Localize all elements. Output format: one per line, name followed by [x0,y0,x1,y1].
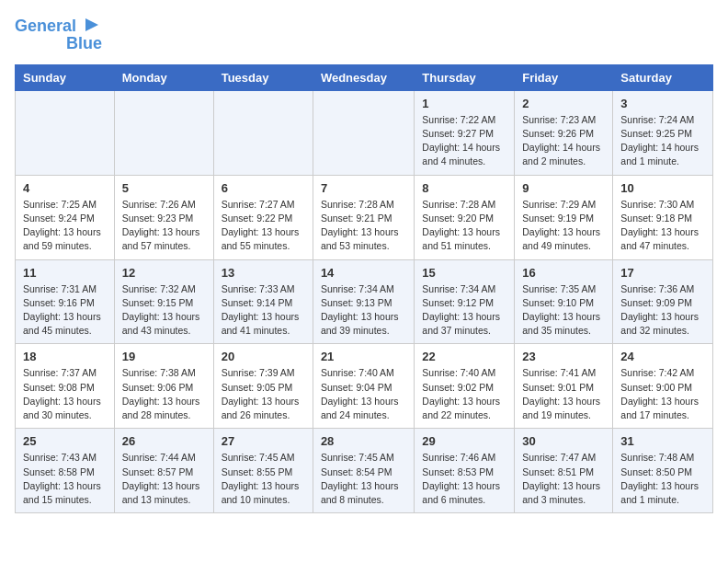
day-number: 14 [321,266,406,280]
calendar-day-header: Sunday [16,64,115,90]
day-info: Sunrise: 7:40 AM Sunset: 9:04 PM Dayligh… [321,366,406,422]
day-info: Sunrise: 7:43 AM Sunset: 8:58 PM Dayligh… [23,451,107,507]
day-number: 26 [122,434,206,448]
calendar-cell: 1Sunrise: 7:22 AM Sunset: 9:27 PM Daylig… [415,90,515,175]
day-number: 2 [522,97,605,110]
day-number: 10 [620,181,705,195]
day-info: Sunrise: 7:26 AM Sunset: 9:23 PM Dayligh… [122,198,206,254]
calendar-cell: 9Sunrise: 7:29 AM Sunset: 9:19 PM Daylig… [515,175,613,259]
day-number: 25 [23,434,107,448]
calendar-cell [213,90,313,175]
calendar-cell: 13Sunrise: 7:33 AM Sunset: 9:14 PM Dayli… [213,259,313,344]
calendar-cell: 22Sunrise: 7:40 AM Sunset: 9:02 PM Dayli… [415,344,515,429]
day-info: Sunrise: 7:34 AM Sunset: 9:12 PM Dayligh… [422,282,506,339]
day-info: Sunrise: 7:40 AM Sunset: 9:02 PM Dayligh… [422,366,506,422]
day-number: 8 [422,181,506,195]
day-number: 20 [222,350,305,363]
calendar-cell: 27Sunrise: 7:45 AM Sunset: 8:55 PM Dayli… [213,429,313,513]
calendar-week-row: 25Sunrise: 7:43 AM Sunset: 8:58 PM Dayli… [16,429,713,513]
day-info: Sunrise: 7:31 AM Sunset: 9:16 PM Dayligh… [23,282,107,339]
calendar-cell: 19Sunrise: 7:38 AM Sunset: 9:06 PM Dayli… [114,344,213,429]
day-info: Sunrise: 7:44 AM Sunset: 8:57 PM Dayligh… [122,451,206,507]
calendar-cell: 7Sunrise: 7:28 AM Sunset: 9:21 PM Daylig… [313,175,414,259]
day-info: Sunrise: 7:22 AM Sunset: 9:27 PM Dayligh… [422,113,506,169]
calendar-week-row: 1Sunrise: 7:22 AM Sunset: 9:27 PM Daylig… [16,90,713,175]
calendar-cell: 4Sunrise: 7:25 AM Sunset: 9:24 PM Daylig… [16,175,115,259]
day-info: Sunrise: 7:23 AM Sunset: 9:26 PM Dayligh… [522,113,605,169]
day-info: Sunrise: 7:27 AM Sunset: 9:22 PM Dayligh… [222,198,305,254]
logo-blue-text: Blue [66,35,102,53]
calendar-cell [16,90,115,175]
day-number: 18 [23,350,107,363]
day-number: 6 [222,181,305,195]
calendar-cell: 29Sunrise: 7:46 AM Sunset: 8:53 PM Dayli… [415,429,515,513]
calendar-cell: 17Sunrise: 7:36 AM Sunset: 9:09 PM Dayli… [613,259,713,344]
day-number: 31 [620,434,705,448]
calendar-table: SundayMondayTuesdayWednesdayThursdayFrid… [15,64,713,513]
day-info: Sunrise: 7:35 AM Sunset: 9:10 PM Dayligh… [522,282,605,339]
logo: General Blue [15,15,102,53]
calendar-cell: 2Sunrise: 7:23 AM Sunset: 9:26 PM Daylig… [515,90,613,175]
calendar-cell: 12Sunrise: 7:32 AM Sunset: 9:15 PM Dayli… [114,259,213,344]
calendar-cell: 24Sunrise: 7:42 AM Sunset: 9:00 PM Dayli… [613,344,713,429]
svg-marker-0 [85,18,98,31]
calendar-cell: 8Sunrise: 7:28 AM Sunset: 9:20 PM Daylig… [415,175,515,259]
calendar-week-row: 4Sunrise: 7:25 AM Sunset: 9:24 PM Daylig… [16,175,713,259]
calendar-week-row: 18Sunrise: 7:37 AM Sunset: 9:08 PM Dayli… [16,344,713,429]
day-number: 29 [422,434,506,448]
calendar-cell: 21Sunrise: 7:40 AM Sunset: 9:04 PM Dayli… [313,344,414,429]
day-number: 1 [422,97,506,110]
day-info: Sunrise: 7:41 AM Sunset: 9:01 PM Dayligh… [522,366,605,422]
calendar-cell: 26Sunrise: 7:44 AM Sunset: 8:57 PM Dayli… [114,429,213,513]
calendar-cell: 6Sunrise: 7:27 AM Sunset: 9:22 PM Daylig… [213,175,313,259]
day-number: 4 [23,181,107,195]
calendar-cell: 28Sunrise: 7:45 AM Sunset: 8:54 PM Dayli… [313,429,414,513]
calendar-cell: 5Sunrise: 7:26 AM Sunset: 9:23 PM Daylig… [114,175,213,259]
calendar-cell: 11Sunrise: 7:31 AM Sunset: 9:16 PM Dayli… [16,259,115,344]
day-number: 22 [422,350,506,363]
calendar-cell: 31Sunrise: 7:48 AM Sunset: 8:50 PM Dayli… [613,429,713,513]
calendar-day-header: Friday [515,64,613,90]
calendar-cell: 15Sunrise: 7:34 AM Sunset: 9:12 PM Dayli… [415,259,515,344]
day-number: 11 [23,266,107,280]
calendar-cell: 14Sunrise: 7:34 AM Sunset: 9:13 PM Dayli… [313,259,414,344]
day-info: Sunrise: 7:33 AM Sunset: 9:14 PM Dayligh… [222,282,305,339]
calendar-cell: 30Sunrise: 7:47 AM Sunset: 8:51 PM Dayli… [515,429,613,513]
calendar-cell [313,90,414,175]
calendar-week-row: 11Sunrise: 7:31 AM Sunset: 9:16 PM Dayli… [16,259,713,344]
day-number: 27 [222,434,305,448]
day-info: Sunrise: 7:38 AM Sunset: 9:06 PM Dayligh… [122,366,206,422]
calendar-body: 1Sunrise: 7:22 AM Sunset: 9:27 PM Daylig… [16,90,713,512]
calendar-day-header: Tuesday [213,64,313,90]
day-number: 21 [321,350,406,363]
logo-text: General [15,17,76,36]
day-number: 23 [522,350,605,363]
calendar-header-row: SundayMondayTuesdayWednesdayThursdayFrid… [16,64,713,90]
day-number: 5 [122,181,206,195]
calendar-cell: 25Sunrise: 7:43 AM Sunset: 8:58 PM Dayli… [16,429,115,513]
calendar-cell: 23Sunrise: 7:41 AM Sunset: 9:01 PM Dayli… [515,344,613,429]
calendar-day-header: Saturday [613,64,713,90]
day-info: Sunrise: 7:39 AM Sunset: 9:05 PM Dayligh… [222,366,305,422]
day-number: 7 [321,181,406,195]
day-info: Sunrise: 7:29 AM Sunset: 9:19 PM Dayligh… [522,198,605,254]
calendar-day-header: Wednesday [313,64,414,90]
day-number: 28 [321,434,406,448]
day-info: Sunrise: 7:46 AM Sunset: 8:53 PM Dayligh… [422,451,506,507]
day-info: Sunrise: 7:34 AM Sunset: 9:13 PM Dayligh… [321,282,406,339]
day-number: 9 [522,181,605,195]
page-header: General Blue [15,15,713,53]
day-info: Sunrise: 7:28 AM Sunset: 9:20 PM Dayligh… [422,198,506,254]
day-info: Sunrise: 7:48 AM Sunset: 8:50 PM Dayligh… [620,451,705,507]
calendar-cell: 18Sunrise: 7:37 AM Sunset: 9:08 PM Dayli… [16,344,115,429]
day-number: 17 [620,266,705,280]
day-info: Sunrise: 7:36 AM Sunset: 9:09 PM Dayligh… [620,282,705,339]
calendar-cell: 3Sunrise: 7:24 AM Sunset: 9:25 PM Daylig… [613,90,713,175]
day-info: Sunrise: 7:42 AM Sunset: 9:00 PM Dayligh… [620,366,705,422]
day-number: 30 [522,434,605,448]
day-info: Sunrise: 7:24 AM Sunset: 9:25 PM Dayligh… [620,113,705,169]
calendar-cell: 20Sunrise: 7:39 AM Sunset: 9:05 PM Dayli… [213,344,313,429]
day-number: 15 [422,266,506,280]
day-info: Sunrise: 7:28 AM Sunset: 9:21 PM Dayligh… [321,198,406,254]
day-number: 13 [222,266,305,280]
